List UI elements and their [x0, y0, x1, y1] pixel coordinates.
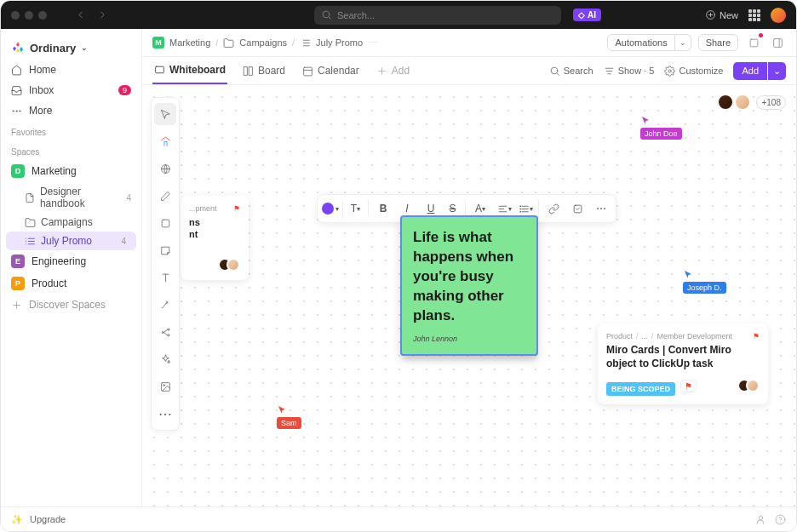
minimize-window[interactable]: [25, 11, 33, 20]
new-button[interactable]: New: [705, 9, 738, 20]
svg-point-0: [323, 11, 330, 18]
svg-point-29: [551, 67, 558, 74]
upgrade-link[interactable]: Upgrade: [30, 514, 66, 524]
collaborator-avatar[interactable]: [734, 94, 751, 111]
nav-back[interactable]: [71, 6, 89, 25]
sidebar-favorites-header: Favorites: [1, 121, 141, 140]
inbox-icon: [11, 85, 22, 96]
svg-rect-24: [249, 66, 253, 75]
sticky-note[interactable]: Life is what happens when you're busy ma…: [400, 215, 538, 356]
breadcrumb-bar: M Marketing / Campaigns / July Promo ⋯ A…: [142, 29, 796, 57]
svg-rect-25: [304, 67, 312, 76]
ai-button[interactable]: ◇ AI: [573, 9, 601, 21]
svg-line-1: [329, 17, 330, 19]
card-breadcrumb: Product/ .../ Member Development ⚑: [606, 332, 760, 340]
nav-forward[interactable]: [93, 6, 112, 25]
connector-tool[interactable]: [154, 294, 176, 316]
sidebar-space-marketing[interactable]: D Marketing: [1, 160, 141, 182]
sticky-text[interactable]: Life is what happens when you're busy ma…: [413, 228, 525, 326]
more-icon: [11, 106, 22, 117]
bold-button[interactable]: B: [372, 198, 394, 219]
sidebar-item-july-promo[interactable]: July Promo 4: [6, 232, 136, 250]
collaborator-avatar[interactable]: [717, 94, 734, 111]
home-tool[interactable]: [154, 130, 176, 152]
toolbox-more[interactable]: ⋯: [154, 403, 176, 425]
sidebar-discover-spaces[interactable]: Discover Spaces: [1, 295, 141, 315]
maximize-window[interactable]: [38, 11, 47, 20]
sidebar-more[interactable]: More: [1, 100, 141, 121]
sidebar-inbox[interactable]: Inbox 9: [1, 80, 141, 100]
view-search[interactable]: Search: [549, 66, 593, 77]
view-show-filter[interactable]: Show · 5: [604, 66, 655, 77]
tab-whiteboard[interactable]: Whiteboard: [152, 57, 227, 84]
content-area: M Marketing / Campaigns / July Promo ⋯ A…: [142, 29, 796, 506]
sidebar-space-product[interactable]: P Product: [1, 272, 141, 295]
text-tool[interactable]: [154, 266, 176, 289]
footer: ✨ Upgrade: [1, 506, 796, 531]
tab-calendar[interactable]: Calendar: [301, 57, 361, 84]
automations-dropdown[interactable]: ⌄: [675, 34, 691, 51]
web-tool[interactable]: [154, 157, 176, 180]
collaborators-more[interactable]: +108: [756, 95, 786, 110]
add-task-button[interactable]: Add: [733, 62, 767, 80]
breadcrumb-more-icon[interactable]: ⋯: [368, 37, 377, 49]
convert-task-button[interactable]: [566, 198, 588, 219]
sidebar-space-engineering[interactable]: E Engineering: [1, 250, 141, 272]
inbox-count-badge: 9: [118, 85, 131, 95]
user-avatar[interactable]: [771, 8, 786, 23]
automations-button[interactable]: Automations: [607, 34, 674, 51]
pen-tool[interactable]: [154, 185, 176, 207]
fill-color-picker[interactable]: ▾: [321, 198, 343, 219]
svg-point-6: [13, 110, 14, 111]
apps-grid-icon[interactable]: [748, 9, 760, 21]
card-title: Miro Cards | Convert Miro object to Clic…: [606, 344, 760, 370]
priority-icon: ⚑: [753, 332, 760, 340]
breadcrumb-space-icon: M: [152, 37, 164, 49]
collaborators: +108: [722, 94, 786, 111]
list-icon: [25, 236, 36, 247]
breadcrumb-space[interactable]: Marketing: [169, 37, 210, 48]
close-window[interactable]: [11, 11, 20, 20]
mindmap-tool[interactable]: [154, 321, 176, 343]
person-icon[interactable]: [755, 514, 766, 525]
svg-line-30: [557, 73, 559, 75]
toolbar-more-icon[interactable]: ⋯: [590, 198, 612, 219]
sidebar-item-campaigns[interactable]: Campaigns: [1, 213, 141, 232]
space-color-icon: P: [11, 277, 25, 290]
share-button[interactable]: Share: [698, 34, 738, 51]
link-button[interactable]: [542, 198, 565, 219]
upgrade-icon: ✨: [11, 514, 23, 525]
home-icon: [11, 65, 22, 76]
notifications-icon[interactable]: [745, 34, 762, 51]
view-customize[interactable]: Customize: [664, 66, 723, 77]
help-icon[interactable]: [775, 514, 786, 525]
status-badge[interactable]: BEING SCOPED: [606, 382, 675, 396]
image-tool[interactable]: [154, 375, 176, 398]
svg-rect-47: [162, 220, 169, 227]
workspace-logo-icon: [11, 41, 25, 54]
window-controls: [11, 11, 47, 20]
tab-add-view[interactable]: Add: [375, 57, 411, 84]
text-style-dropdown[interactable]: T▾: [347, 198, 369, 219]
tab-board[interactable]: Board: [241, 57, 287, 84]
task-card[interactable]: ...pment⚑ nsnt: [181, 196, 249, 280]
global-search[interactable]: Search...: [314, 6, 561, 25]
breadcrumb-folder[interactable]: Campaigns: [239, 37, 287, 48]
breadcrumb-list[interactable]: July Promo: [316, 37, 363, 48]
sidebar-home[interactable]: Home: [1, 60, 141, 80]
folder-icon: [25, 217, 36, 228]
panel-toggle-icon[interactable]: [769, 34, 786, 51]
svg-point-56: [163, 384, 164, 386]
add-task-dropdown[interactable]: ⌄: [768, 62, 786, 80]
sticky-tool[interactable]: [154, 239, 176, 261]
workspace-switcher[interactable]: Ordinary ⌄: [1, 36, 141, 60]
priority-icon: ⚑: [233, 204, 240, 213]
select-tool[interactable]: [154, 103, 176, 125]
flag-icon[interactable]: ⚑: [680, 380, 697, 392]
svg-point-7: [20, 110, 20, 111]
sidebar-item-designer-handbook[interactable]: Designer handbook 4: [1, 182, 141, 213]
whiteboard-canvas[interactable]: +108 ...pment⚑ nsnt ▾ T▾ B I U S A▾ ▾ ▾: [142, 85, 796, 506]
ai-tool[interactable]: [154, 348, 176, 370]
shape-tool[interactable]: [154, 212, 176, 234]
task-card[interactable]: Product/ .../ Member Development ⚑ Miro …: [598, 323, 768, 404]
